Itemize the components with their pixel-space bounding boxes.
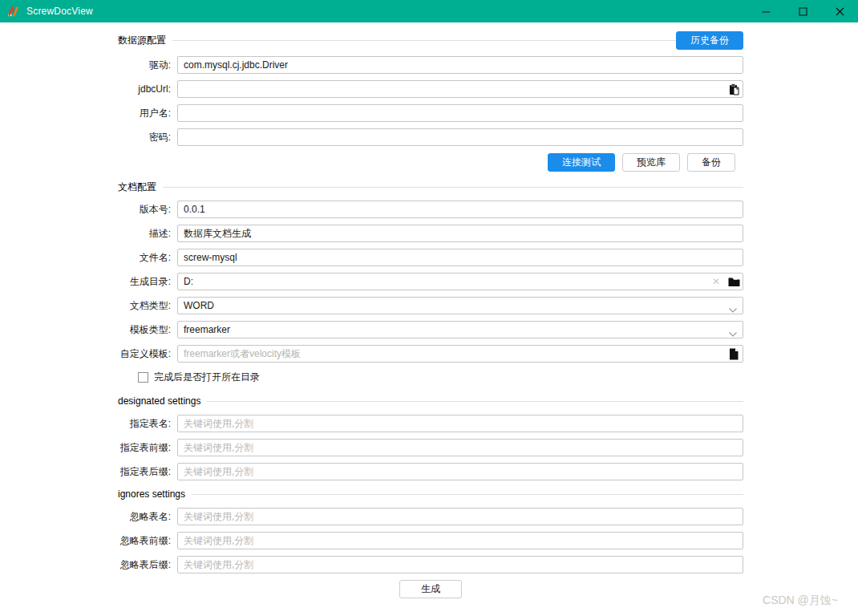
titlebar: ScrewDocView [0,0,858,22]
designated-suffix-row: 指定表后缀: [118,463,743,480]
section-ignores-title: ignores settings [118,488,185,500]
description-field-wrap [177,225,743,242]
maximize-icon [799,7,807,16]
custom-template-label: 自定义模板: [118,347,171,361]
ignore-name-field-wrap [177,508,743,525]
version-input[interactable] [177,201,743,218]
filename-label: 文件名: [118,251,171,265]
filename-field-wrap [177,249,743,266]
designated-prefix-row: 指定表前缀: [118,439,743,456]
designated-prefix-field-wrap [177,439,743,456]
password-input[interactable] [177,128,743,146]
backup-button[interactable]: 备份 [687,153,735,172]
version-label: 版本号: [118,203,171,217]
config-form: 数据源配置 历史备份 驱动: jdbcUrl: [118,30,743,598]
section-document-header: 文档配置 [118,180,743,194]
password-label: 密码: [118,131,171,144]
ignore-prefix-label: 忽略表前缀: [118,534,171,548]
maximize-button[interactable] [784,0,821,22]
ignore-prefix-row: 忽略表前缀: [118,532,743,549]
designated-suffix-input[interactable] [177,463,743,480]
ignore-suffix-label: 忽略表后缀: [118,558,171,572]
designated-prefix-label: 指定表前缀: [118,441,171,455]
section-divider [192,494,743,495]
section-ignores-header: ignores settings [118,487,743,501]
driver-field-wrap [177,56,743,74]
password-row: 密码: [118,128,743,146]
ignore-suffix-input[interactable] [177,556,743,573]
jdbcurl-field-wrap [177,80,743,98]
close-button[interactable] [821,0,858,22]
jdbcurl-input[interactable] [177,80,743,98]
doc-type-value: WORD [184,300,214,311]
ignore-suffix-row: 忽略表后缀: [118,556,743,573]
designated-name-input[interactable] [177,415,743,432]
designated-name-label: 指定表名: [118,417,171,431]
open-after-checkbox[interactable] [138,372,148,383]
custom-template-row: 自定义模板: [118,345,743,363]
ignore-suffix-field-wrap [177,556,743,573]
ignore-name-row: 忽略表名: [118,508,743,525]
window-controls [747,0,858,22]
ignore-prefix-input[interactable] [177,532,743,549]
designated-name-row: 指定表名: [118,415,743,432]
designated-name-field-wrap [177,415,743,432]
password-field-wrap [177,128,743,146]
connection-test-button[interactable]: 连接测试 [548,153,615,172]
designated-suffix-field-wrap [177,463,743,480]
ignore-name-label: 忽略表名: [118,510,171,524]
section-divider [207,401,743,402]
jdbcurl-label: jdbcUrl: [118,83,171,95]
watermark: CSDN @月蚀~ [763,594,838,608]
folder-icon[interactable] [726,273,742,290]
output-dir-label: 生成目录: [118,275,171,289]
ignore-prefix-field-wrap [177,532,743,549]
minimize-icon [762,7,771,16]
file-icon[interactable] [726,345,742,363]
description-input[interactable] [177,225,743,242]
username-input[interactable] [177,104,743,122]
driver-input[interactable] [177,56,743,74]
username-row: 用户名: [118,104,743,122]
section-document-title: 文档配置 [118,180,156,194]
app-logo-icon [7,5,20,18]
filename-input[interactable] [177,249,743,266]
driver-label: 驱动: [118,59,171,72]
template-type-row: 模板类型: freemarker [118,321,743,338]
version-field-wrap [177,201,743,218]
doc-type-select[interactable]: WORD [177,297,743,314]
minimize-button[interactable] [747,0,784,22]
section-datasource-title: 数据源配置 [118,34,166,47]
description-row: 描述: [118,225,743,242]
section-designated-header: designated settings [118,394,743,408]
section-designated-title: designated settings [118,395,200,407]
paste-icon[interactable] [726,80,742,98]
output-dir-field-wrap: ✕ [177,273,743,290]
datasource-actions: 连接测试 预览库 备份 [118,153,743,172]
jdbcurl-row: jdbcUrl: [118,80,743,98]
open-after-label: 完成后是否打开所在目录 [154,371,260,384]
driver-row: 驱动: [118,56,743,74]
custom-template-field-wrap [177,345,743,363]
clear-x-icon[interactable]: ✕ [708,273,724,290]
filename-row: 文件名: [118,249,743,266]
output-dir-input[interactable] [177,273,743,290]
section-divider [172,40,676,41]
generate-button[interactable]: 生成 [399,580,462,598]
close-icon [836,7,844,16]
history-backup-button[interactable]: 历史备份 [676,31,743,50]
designated-suffix-label: 指定表后缀: [118,465,171,479]
description-label: 描述: [118,227,171,241]
generate-row: 生成 [118,580,743,598]
custom-template-input[interactable] [177,345,743,363]
ignore-name-input[interactable] [177,508,743,525]
template-type-select[interactable]: freemarker [177,321,743,338]
preview-db-button[interactable]: 预览库 [622,153,680,172]
doc-type-label: 文档类型: [118,299,171,313]
open-after-row: 完成后是否打开所在目录 [138,371,743,384]
doc-type-row: 文档类型: WORD [118,297,743,314]
template-type-label: 模板类型: [118,323,171,337]
template-type-value: freemarker [184,324,230,335]
username-field-wrap [177,104,743,122]
designated-prefix-input[interactable] [177,439,743,456]
